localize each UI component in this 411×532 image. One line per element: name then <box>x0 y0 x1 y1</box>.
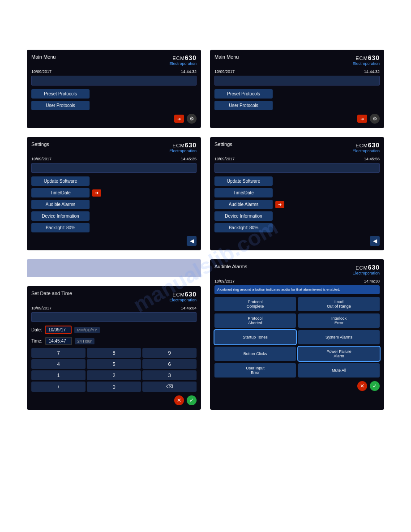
settings2-btn-device[interactable]: Device Information <box>214 211 273 221</box>
audible-title: Audible Alarms <box>214 264 247 269</box>
audible-cancel-button[interactable]: ✕ <box>357 381 367 391</box>
audible-btn-startup-tones[interactable]: Startup Tones <box>214 330 296 344</box>
screen2-gear-icon[interactable]: ⚙ <box>370 114 380 124</box>
settings1-timedate-row: Time/Date ➜ <box>31 188 197 197</box>
dt-brand-sub: Electroporation <box>169 298 197 302</box>
dt-brand: ECM630 Electroporation <box>169 291 197 302</box>
audible-btn-mute-all[interactable]: Mute All <box>298 363 380 378</box>
screen2-brand-name: ECM630 <box>352 54 380 61</box>
dt-confirm-button[interactable]: ✓ <box>187 395 197 405</box>
settings1-input <box>31 163 197 173</box>
audible-btn-power-failure[interactable]: Power FailureAlarm <box>298 347 380 361</box>
dt-time-label: Time: <box>31 339 43 343</box>
screen2-datetime: 10/09/2017 14:44:32 <box>214 69 380 74</box>
dt-header: Set Date and Time ECM630 Electroporation <box>31 291 197 302</box>
audible-btn-protocol-aborted[interactable]: ProtocolAborted <box>214 313 296 328</box>
settings1-btn-software[interactable]: Update Software <box>31 176 90 186</box>
dt-cancel-button[interactable]: ✕ <box>174 395 184 405</box>
settings2-alarms-row: Audible Alarms ➜ <box>214 200 380 209</box>
dt-time-value[interactable]: 14:45:47 <box>45 337 72 345</box>
dt-date-row: Date: 10/09/17 MM/DD/YY <box>31 326 197 334</box>
audible-confirm-button[interactable]: ✓ <box>370 381 380 391</box>
settings1-brand-sub: Electroporation <box>169 149 197 153</box>
settings1-brand-name: ECM630 <box>169 142 197 149</box>
main-menu-screen-1: Main Menu ECM630 Electroporation 10/09/2… <box>27 50 201 128</box>
top-screens-row: Main Menu ECM630 Electroporation 10/09/2… <box>27 50 384 250</box>
audible-btn-interlock-error[interactable]: InterlockError <box>298 313 380 328</box>
settings2-btn-alarms[interactable]: Audible Alarms <box>214 200 273 209</box>
dt-date-value[interactable]: 10/09/17 <box>45 326 72 334</box>
numpad-3[interactable]: 3 <box>142 370 197 380</box>
screen1-title: Main Menu <box>31 54 56 60</box>
numpad-6[interactable]: 6 <box>142 359 197 369</box>
screen1-brand-sub: Electroporation <box>169 61 197 66</box>
numpad-0[interactable]: 0 <box>87 382 141 392</box>
datetime-screen: Set Date and Time ECM630 Electroporation… <box>27 286 201 410</box>
screen1-btn-preset[interactable]: Preset Protocols <box>31 89 90 99</box>
screen1-arrow-icon[interactable]: ➜ <box>174 115 184 123</box>
settings1-arrow-indicator: ➜ <box>92 189 101 197</box>
page-container: Main Menu ECM630 Electroporation 10/09/2… <box>0 0 411 532</box>
settings2-btn-timedate[interactable]: Time/Date <box>214 188 273 197</box>
settings2-footer: ◀ <box>214 236 380 246</box>
settings2-input <box>214 163 380 173</box>
screen2-btn-preset[interactable]: Preset Protocols <box>214 89 273 99</box>
dt-time-hint: 24 Hour <box>75 338 94 344</box>
numpad-backspace[interactable]: ⌫ <box>142 382 197 392</box>
dt-time-row: Time: 14:45:47 24 Hour <box>31 337 197 345</box>
screen1-header: Main Menu ECM630 Electroporation <box>31 54 197 66</box>
screen2-title: Main Menu <box>214 54 239 60</box>
settings1-datetime: 10/09/2017 14:45:25 <box>31 157 197 161</box>
settings-screen-1: Settings ECM630 Electroporation 10/09/20… <box>27 137 201 250</box>
settings2-brand-name: ECM630 <box>352 142 380 149</box>
dt-brand-name: ECM630 <box>169 291 197 298</box>
settings2-btn-backlight[interactable]: Backlight: 80% <box>214 223 273 232</box>
numpad-2[interactable]: 2 <box>87 370 141 380</box>
left-bottom-col: Set Date and Time ECM630 Electroporation… <box>27 259 201 410</box>
numpad-slash[interactable]: / <box>31 382 86 392</box>
numpad-5[interactable]: 5 <box>87 359 141 369</box>
settings-screen-2: Settings ECM630 Electroporation 10/09/20… <box>210 137 384 250</box>
numpad-4[interactable]: 4 <box>31 359 86 369</box>
settings1-back-icon[interactable]: ◀ <box>187 236 197 246</box>
dt-input <box>31 312 197 322</box>
settings2-btn-software[interactable]: Update Software <box>214 176 273 186</box>
screen1-input <box>31 76 197 86</box>
audible-date: 10/09/2017 <box>214 279 235 283</box>
dt-footer: ✕ ✓ <box>31 395 197 405</box>
numpad: 7 8 9 4 5 6 1 2 3 / 0 ⌫ <box>31 348 197 392</box>
dt-date-label: Date: <box>31 327 42 332</box>
screen1-brand-name: ECM630 <box>169 54 197 61</box>
numpad-7[interactable]: 7 <box>31 348 86 358</box>
audible-btn-protocol-complete[interactable]: ProtocolComplete <box>214 297 296 311</box>
settings1-btn-backlight[interactable]: Backlight: 80% <box>31 223 90 232</box>
screen2-btn-user[interactable]: User Protocols <box>214 101 273 110</box>
settings2-back-icon[interactable]: ◀ <box>370 236 380 246</box>
settings2-arrow-indicator: ➜ <box>275 201 284 208</box>
numpad-1[interactable]: 1 <box>31 370 86 380</box>
screen1-btn-user[interactable]: User Protocols <box>31 101 90 110</box>
settings2-title: Settings <box>214 142 232 147</box>
audible-brand-sub: Electroporation <box>352 271 380 275</box>
settings1-btn-alarms[interactable]: Audible Alarms <box>31 200 90 209</box>
settings2-datetime: 10/09/2017 14:45:56 <box>214 157 380 161</box>
screen1-gear-icon[interactable]: ⚙ <box>187 114 197 124</box>
settings2-brand: ECM630 Electroporation <box>352 142 380 153</box>
screen1-time: 14:44:32 <box>181 69 197 74</box>
settings2-date: 10/09/2017 <box>214 157 235 161</box>
audible-header: Audible Alarms ECM630 Electroporation <box>214 264 380 275</box>
settings1-btn-device[interactable]: Device Information <box>31 211 90 221</box>
audible-datetime: 10/09/2017 14:46:38 <box>214 279 380 283</box>
screen2-brand-sub: Electroporation <box>352 61 380 66</box>
audible-btn-button-clicks[interactable]: Button Clicks <box>214 347 296 361</box>
screen1-date: 10/09/2017 <box>31 69 51 74</box>
screen1-brand: ECM630 Electroporation <box>169 54 197 66</box>
numpad-9[interactable]: 9 <box>142 348 197 358</box>
screen2-arrow-icon[interactable]: ➜ <box>357 115 367 123</box>
audible-btn-system-alarms[interactable]: System Alarms <box>298 330 380 344</box>
bottom-section: Set Date and Time ECM630 Electroporation… <box>27 259 384 410</box>
audible-btn-load-out-of-range[interactable]: LoadOut of Range <box>298 297 380 311</box>
settings1-btn-timedate[interactable]: Time/Date <box>31 188 90 197</box>
numpad-8[interactable]: 8 <box>87 348 141 358</box>
audible-btn-user-input-error[interactable]: User InputError <box>214 363 296 378</box>
